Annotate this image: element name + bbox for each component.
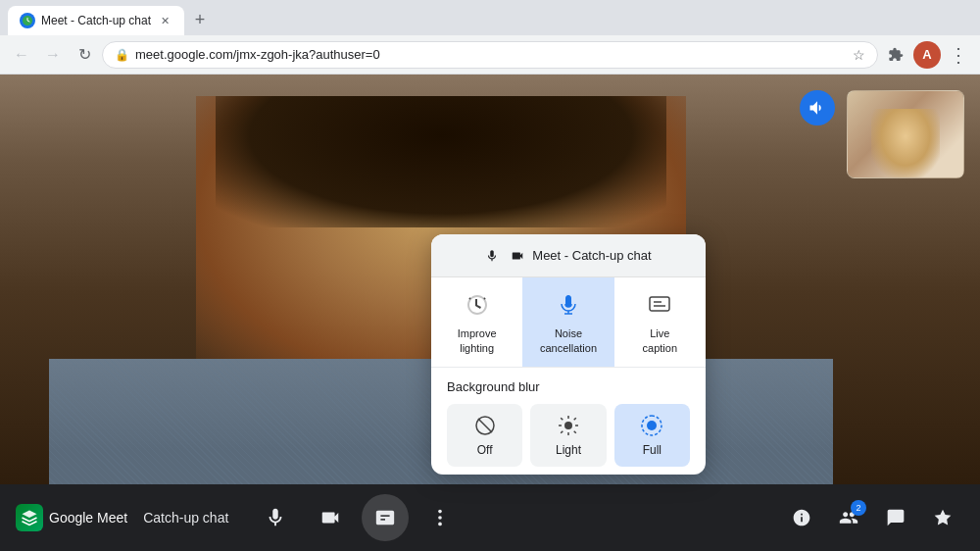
- tab-favicon: [20, 13, 35, 28]
- noise-cancellation-button[interactable]: Noisecancellation: [522, 277, 613, 367]
- panel-header: Meet - Catch-up chat: [431, 234, 706, 277]
- blur-light-button[interactable]: Light: [530, 404, 606, 467]
- svg-point-1: [439, 516, 443, 520]
- tab-close-button[interactable]: ✕: [157, 13, 172, 28]
- toolbar-icons: A ⋮: [882, 41, 972, 69]
- self-view-thumbnail: [847, 90, 964, 178]
- meet-logo-icon: [16, 504, 43, 531]
- participants-badge: 2: [851, 500, 866, 516]
- svg-line-17: [561, 418, 563, 420]
- blur-off-icon: [473, 414, 497, 437]
- right-controls: 2: [780, 496, 964, 539]
- active-tab[interactable]: Meet - Catch-up chat ✕: [8, 6, 184, 35]
- panel-header-title: Meet - Catch-up chat: [532, 248, 651, 263]
- svg-line-18: [574, 431, 576, 433]
- forward-button[interactable]: →: [39, 41, 67, 69]
- meeting-name-label: Catch-up chat: [143, 510, 228, 526]
- activities-button[interactable]: [921, 496, 964, 539]
- background-blur-title: Background blur: [447, 379, 690, 394]
- tab-title: Meet - Catch-up chat: [41, 14, 151, 27]
- background-blur-section: Background blur Off: [431, 368, 706, 475]
- blur-light-icon: [557, 414, 580, 437]
- improve-lighting-label: Improvelighting: [458, 326, 497, 355]
- hair: [216, 96, 666, 227]
- captions-button[interactable]: [362, 494, 409, 541]
- control-bar: Google Meet Catch-up chat: [0, 484, 980, 551]
- panel-cam-icon: [511, 249, 524, 263]
- blur-full-button[interactable]: Full: [614, 404, 690, 467]
- svg-point-12: [564, 422, 572, 429]
- new-tab-button[interactable]: +: [186, 6, 214, 33]
- svg-point-21: [647, 421, 657, 430]
- extensions-button[interactable]: [882, 41, 909, 69]
- info-button[interactable]: [780, 496, 823, 539]
- address-bar: ← → ↻ 🔒 meet.google.com/jmx-zgoh-jka?aut…: [0, 35, 980, 75]
- self-view-bg: [848, 91, 963, 177]
- chat-button[interactable]: [874, 496, 917, 539]
- tab-bar: Meet - Catch-up chat ✕ +: [0, 0, 980, 35]
- noise-cancellation-icon: [553, 289, 584, 321]
- blur-off-button[interactable]: Off: [447, 404, 522, 467]
- blur-off-label: Off: [477, 443, 493, 457]
- bookmark-icon[interactable]: ☆: [853, 47, 865, 63]
- svg-rect-7: [650, 297, 669, 311]
- live-caption-button[interactable]: Livecaption: [614, 277, 706, 367]
- reload-button[interactable]: ↻: [71, 41, 98, 69]
- main-content: Joe Carlson: [0, 75, 980, 551]
- noise-cancellation-label: Noisecancellation: [540, 326, 597, 355]
- svg-line-19: [574, 418, 576, 420]
- svg-point-0: [439, 510, 443, 514]
- meet-logo: Google Meet: [16, 504, 127, 531]
- meet-logo-text: Google Meet: [49, 510, 127, 526]
- svg-line-4: [484, 298, 485, 299]
- svg-line-20: [561, 431, 563, 433]
- microphone-button[interactable]: [252, 494, 299, 541]
- security-icon: 🔒: [115, 48, 129, 62]
- improve-lighting-button[interactable]: Improvelighting: [431, 277, 522, 367]
- svg-line-11: [478, 419, 492, 432]
- svg-point-2: [439, 523, 443, 526]
- live-caption-icon: [644, 289, 675, 321]
- blur-options: Off: [447, 404, 690, 467]
- svg-line-3: [469, 298, 470, 299]
- blur-light-label: Light: [556, 443, 581, 457]
- quick-settings-panel: Meet - Catch-up chat Improvelighting: [431, 234, 706, 475]
- panel-mic-icon: [485, 249, 499, 263]
- live-caption-label: Livecaption: [643, 326, 677, 355]
- improve-lighting-icon: [462, 289, 493, 321]
- blur-full-icon: [640, 414, 663, 437]
- quick-actions-row: Improvelighting Noisecancellation: [431, 277, 706, 368]
- self-view-person: [871, 109, 941, 177]
- back-button[interactable]: ←: [8, 41, 35, 69]
- profile-button[interactable]: A: [913, 41, 941, 69]
- blur-full-label: Full: [643, 443, 662, 457]
- camera-button[interactable]: [307, 494, 354, 541]
- participants-button[interactable]: 2: [827, 496, 870, 539]
- more-options-button[interactable]: [416, 494, 464, 541]
- chrome-menu-button[interactable]: ⋮: [945, 43, 972, 67]
- url-text: meet.google.com/jmx-zgoh-jka?authuser=0: [135, 47, 847, 62]
- audio-wave-indicator: [800, 90, 835, 125]
- url-bar[interactable]: 🔒 meet.google.com/jmx-zgoh-jka?authuser=…: [102, 41, 878, 69]
